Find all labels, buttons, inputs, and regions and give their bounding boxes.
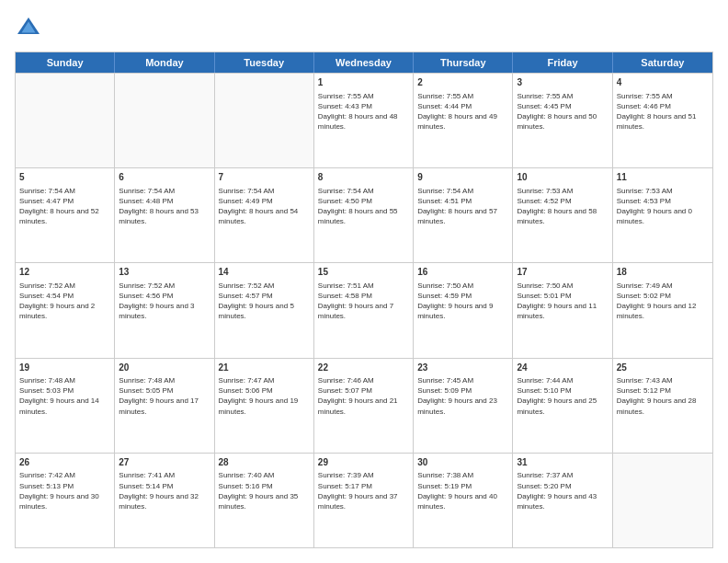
page: SundayMondayTuesdayWednesdayThursdayFrid…	[0, 0, 728, 563]
cell-info: Sunrise: 7:51 AM Sunset: 4:58 PM Dayligh…	[318, 281, 409, 322]
header-day-wednesday: Wednesday	[314, 52, 414, 73]
day-number: 7	[219, 171, 310, 184]
cell-info: Sunrise: 7:41 AM Sunset: 5:14 PM Dayligh…	[119, 470, 210, 511]
day-number: 12	[19, 266, 110, 279]
calendar-cell: 30Sunrise: 7:38 AM Sunset: 5:19 PM Dayli…	[414, 454, 513, 547]
calendar-cell: 9Sunrise: 7:54 AM Sunset: 4:51 PM Daylig…	[414, 168, 513, 262]
cell-info: Sunrise: 7:47 AM Sunset: 5:06 PM Dayligh…	[219, 375, 310, 417]
day-number: 20	[119, 362, 210, 374]
calendar-cell: 17Sunrise: 7:50 AM Sunset: 5:01 PM Dayli…	[513, 263, 612, 357]
header-day-saturday: Saturday	[613, 52, 712, 73]
calendar-cell: 22Sunrise: 7:46 AM Sunset: 5:07 PM Dayli…	[314, 359, 414, 453]
day-number: 25	[617, 362, 709, 374]
calendar-cell: 28Sunrise: 7:40 AM Sunset: 5:16 PM Dayli…	[215, 454, 314, 547]
header-day-sunday: Sunday	[16, 52, 115, 73]
day-number: 17	[517, 266, 608, 279]
day-number: 1	[318, 76, 409, 89]
calendar-cell: 11Sunrise: 7:53 AM Sunset: 4:53 PM Dayli…	[613, 168, 712, 262]
cell-info: Sunrise: 7:54 AM Sunset: 4:48 PM Dayligh…	[119, 186, 210, 227]
calendar-cell: 7Sunrise: 7:54 AM Sunset: 4:49 PM Daylig…	[215, 168, 314, 262]
day-number: 5	[19, 171, 110, 184]
cell-info: Sunrise: 7:42 AM Sunset: 5:13 PM Dayligh…	[19, 470, 110, 511]
calendar-cell: 4Sunrise: 7:55 AM Sunset: 4:46 PM Daylig…	[613, 74, 712, 167]
cell-info: Sunrise: 7:54 AM Sunset: 4:50 PM Dayligh…	[318, 186, 409, 227]
cell-info: Sunrise: 7:52 AM Sunset: 4:56 PM Dayligh…	[119, 281, 210, 322]
header-day-thursday: Thursday	[414, 52, 513, 73]
calendar-row-1: 1Sunrise: 7:55 AM Sunset: 4:43 PM Daylig…	[16, 73, 712, 167]
cell-info: Sunrise: 7:52 AM Sunset: 4:54 PM Dayligh…	[19, 281, 110, 322]
cell-info: Sunrise: 7:50 AM Sunset: 5:01 PM Dayligh…	[517, 281, 608, 322]
day-number: 2	[417, 76, 508, 89]
day-number: 28	[219, 456, 310, 469]
cell-info: Sunrise: 7:40 AM Sunset: 5:16 PM Dayligh…	[219, 470, 310, 511]
calendar-cell	[613, 454, 712, 547]
cell-info: Sunrise: 7:53 AM Sunset: 4:52 PM Dayligh…	[517, 186, 608, 227]
day-number: 23	[417, 362, 508, 374]
calendar-cell: 15Sunrise: 7:51 AM Sunset: 4:58 PM Dayli…	[314, 263, 414, 357]
day-number: 16	[417, 266, 508, 279]
calendar: SundayMondayTuesdayWednesdayThursdayFrid…	[15, 52, 713, 548]
day-number: 14	[219, 266, 310, 279]
cell-info: Sunrise: 7:50 AM Sunset: 4:59 PM Dayligh…	[417, 281, 508, 322]
calendar-cell: 14Sunrise: 7:52 AM Sunset: 4:57 PM Dayli…	[215, 263, 314, 357]
calendar-cell	[16, 74, 115, 167]
day-number: 19	[19, 362, 110, 374]
cell-info: Sunrise: 7:53 AM Sunset: 4:53 PM Dayligh…	[617, 186, 709, 227]
calendar-cell: 29Sunrise: 7:39 AM Sunset: 5:17 PM Dayli…	[314, 454, 414, 547]
calendar-cell: 24Sunrise: 7:44 AM Sunset: 5:10 PM Dayli…	[513, 359, 612, 453]
day-number: 9	[417, 171, 508, 184]
calendar-cell: 25Sunrise: 7:43 AM Sunset: 5:12 PM Dayli…	[613, 359, 712, 453]
day-number: 27	[119, 456, 210, 469]
day-number: 24	[517, 362, 608, 374]
day-number: 6	[119, 171, 210, 184]
logo	[15, 15, 46, 42]
header-day-monday: Monday	[115, 52, 214, 73]
calendar-cell: 18Sunrise: 7:49 AM Sunset: 5:02 PM Dayli…	[613, 263, 712, 357]
header-day-friday: Friday	[513, 52, 612, 73]
day-number: 10	[517, 171, 608, 184]
calendar-cell: 26Sunrise: 7:42 AM Sunset: 5:13 PM Dayli…	[16, 454, 115, 547]
cell-info: Sunrise: 7:55 AM Sunset: 4:46 PM Dayligh…	[617, 91, 709, 132]
cell-info: Sunrise: 7:46 AM Sunset: 5:07 PM Dayligh…	[318, 375, 409, 417]
calendar-row-3: 12Sunrise: 7:52 AM Sunset: 4:54 PM Dayli…	[16, 262, 712, 357]
cell-info: Sunrise: 7:54 AM Sunset: 4:51 PM Dayligh…	[417, 186, 508, 227]
cell-info: Sunrise: 7:38 AM Sunset: 5:19 PM Dayligh…	[417, 470, 508, 511]
calendar-cell: 2Sunrise: 7:55 AM Sunset: 4:44 PM Daylig…	[414, 74, 513, 167]
calendar-cell: 6Sunrise: 7:54 AM Sunset: 4:48 PM Daylig…	[115, 168, 214, 262]
cell-info: Sunrise: 7:48 AM Sunset: 5:03 PM Dayligh…	[19, 375, 110, 417]
header-day-tuesday: Tuesday	[215, 52, 314, 73]
header	[15, 15, 713, 42]
day-number: 18	[617, 266, 709, 279]
cell-info: Sunrise: 7:55 AM Sunset: 4:44 PM Dayligh…	[417, 91, 508, 132]
calendar-row-4: 19Sunrise: 7:48 AM Sunset: 5:03 PM Dayli…	[16, 358, 712, 453]
calendar-row-2: 5Sunrise: 7:54 AM Sunset: 4:47 PM Daylig…	[16, 167, 712, 262]
day-number: 29	[318, 456, 409, 469]
day-number: 8	[318, 171, 409, 184]
calendar-body: 1Sunrise: 7:55 AM Sunset: 4:43 PM Daylig…	[16, 73, 712, 547]
calendar-cell: 8Sunrise: 7:54 AM Sunset: 4:50 PM Daylig…	[314, 168, 414, 262]
cell-info: Sunrise: 7:39 AM Sunset: 5:17 PM Dayligh…	[318, 470, 409, 511]
calendar-cell: 23Sunrise: 7:45 AM Sunset: 5:09 PM Dayli…	[414, 359, 513, 453]
day-number: 30	[417, 456, 508, 469]
day-number: 11	[617, 171, 709, 184]
calendar-cell	[215, 74, 314, 167]
calendar-cell: 1Sunrise: 7:55 AM Sunset: 4:43 PM Daylig…	[314, 74, 414, 167]
cell-info: Sunrise: 7:55 AM Sunset: 4:45 PM Dayligh…	[517, 91, 608, 132]
day-number: 22	[318, 362, 409, 374]
cell-info: Sunrise: 7:49 AM Sunset: 5:02 PM Dayligh…	[617, 281, 709, 322]
cell-info: Sunrise: 7:52 AM Sunset: 4:57 PM Dayligh…	[219, 281, 310, 322]
calendar-cell: 19Sunrise: 7:48 AM Sunset: 5:03 PM Dayli…	[16, 359, 115, 453]
calendar-cell	[115, 74, 214, 167]
logo-icon	[15, 15, 42, 42]
day-number: 13	[119, 266, 210, 279]
day-number: 21	[219, 362, 310, 374]
day-number: 3	[517, 76, 608, 89]
cell-info: Sunrise: 7:37 AM Sunset: 5:20 PM Dayligh…	[517, 470, 608, 511]
calendar-header: SundayMondayTuesdayWednesdayThursdayFrid…	[16, 52, 712, 73]
cell-info: Sunrise: 7:48 AM Sunset: 5:05 PM Dayligh…	[119, 375, 210, 417]
cell-info: Sunrise: 7:54 AM Sunset: 4:47 PM Dayligh…	[19, 186, 110, 227]
calendar-cell: 3Sunrise: 7:55 AM Sunset: 4:45 PM Daylig…	[513, 74, 612, 167]
cell-info: Sunrise: 7:54 AM Sunset: 4:49 PM Dayligh…	[219, 186, 310, 227]
cell-info: Sunrise: 7:55 AM Sunset: 4:43 PM Dayligh…	[318, 91, 409, 132]
calendar-cell: 31Sunrise: 7:37 AM Sunset: 5:20 PM Dayli…	[513, 454, 612, 547]
